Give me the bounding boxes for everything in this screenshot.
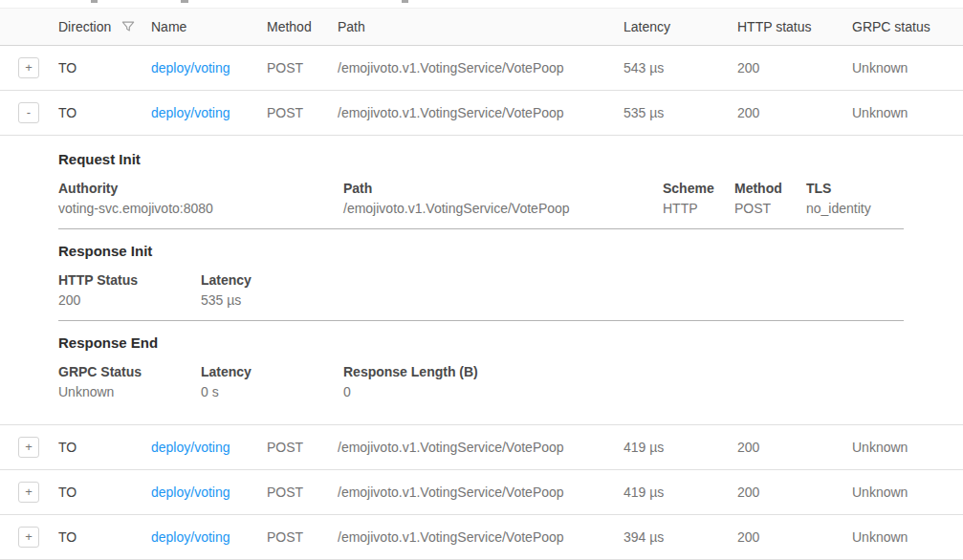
expand-row-button[interactable]: +: [18, 437, 39, 458]
field-value: POST: [734, 201, 806, 217]
method-cell: POST: [267, 485, 338, 500]
http-status-cell: 200: [737, 485, 852, 500]
tls-field: TLS no_identity: [806, 181, 904, 217]
expander-cell: +: [0, 57, 58, 78]
response-end-title: Response End: [58, 334, 904, 352]
field-value: /emojivoto.v1.VotingService/VotePoop: [343, 201, 663, 217]
column-header-latency: Latency: [624, 19, 737, 34]
latency-field: Latency 0 s: [201, 364, 343, 400]
section-divider: [58, 320, 904, 321]
authority-field: Authority voting-svc.emojivoto:8080: [58, 181, 343, 217]
path-cell: /emojivoto.v1.VotingService/VotePoop: [338, 529, 624, 545]
field-label: TLS: [806, 181, 904, 197]
field-value: 200: [58, 292, 201, 309]
resource-link[interactable]: deploy/voting: [151, 105, 230, 120]
collapse-row-button[interactable]: -: [18, 102, 39, 123]
http-status-field: HTTP Status 200: [58, 272, 201, 309]
grpc-status-cell: Unknown: [852, 485, 963, 500]
name-cell: deploy/voting: [151, 440, 267, 455]
column-header-name: Name: [151, 19, 267, 34]
grpc-status-cell: Unknown: [852, 529, 963, 545]
filter-icon[interactable]: [121, 20, 135, 33]
tap-results-table: Direction Name Method Path Latency HTTP …: [0, 8, 963, 560]
field-value: Unknown: [58, 384, 201, 400]
resource-link[interactable]: deploy/voting: [151, 485, 230, 500]
http-status-cell: 200: [737, 60, 852, 75]
latency-cell: 394 µs: [624, 529, 737, 545]
field-label: Latency: [201, 364, 343, 380]
expander-cell: +: [0, 437, 58, 458]
path-cell: /emojivoto.v1.VotingService/VotePoop: [338, 105, 624, 120]
field-label: Scheme: [663, 181, 734, 197]
grpc-status-cell: Unknown: [852, 440, 963, 455]
method-cell: POST: [267, 105, 338, 120]
resource-link[interactable]: deploy/voting: [151, 529, 230, 545]
response-init-fields: HTTP Status 200 Latency 535 µs: [58, 272, 904, 309]
request-init-fields: Authority voting-svc.emojivoto:8080 Path…: [58, 181, 904, 217]
path-cell: /emojivoto.v1.VotingService/VotePoop: [338, 485, 624, 500]
column-header-http-status: HTTP status: [737, 19, 852, 34]
clipped-text-artifact: [181, 0, 188, 3]
field-label: GRPC Status: [58, 364, 201, 380]
path-field: Path /emojivoto.v1.VotingService/VotePoo…: [343, 181, 663, 217]
latency-cell: 419 µs: [624, 440, 737, 455]
field-label: Authority: [58, 181, 343, 197]
column-header-method: Method: [267, 19, 338, 34]
http-status-cell: 200: [737, 105, 852, 120]
field-value: 0: [343, 384, 904, 400]
direction-cell: TO: [58, 60, 151, 75]
http-status-cell: 200: [737, 529, 852, 545]
table-header-row: Direction Name Method Path Latency HTTP …: [0, 8, 963, 46]
direction-header-label: Direction: [58, 19, 111, 34]
request-init-title: Request Init: [58, 151, 904, 168]
table-row: + TO deploy/voting POST /emojivoto.v1.Vo…: [0, 470, 963, 515]
field-value: 535 µs: [201, 292, 904, 309]
path-cell: /emojivoto.v1.VotingService/VotePoop: [338, 60, 624, 75]
latency-cell: 419 µs: [624, 485, 737, 500]
response-end-fields: GRPC Status Unknown Latency 0 s Response…: [58, 364, 904, 400]
latency-field: Latency 535 µs: [201, 272, 904, 309]
name-cell: deploy/voting: [151, 485, 267, 500]
table-row: + TO deploy/voting POST /emojivoto.v1.Vo…: [0, 46, 963, 91]
field-label: Latency: [201, 272, 904, 289]
name-cell: deploy/voting: [151, 105, 267, 120]
method-cell: POST: [267, 440, 338, 455]
method-field: Method POST: [734, 181, 806, 217]
field-label: HTTP Status: [58, 272, 201, 289]
field-value: voting-svc.emojivoto:8080: [58, 201, 343, 217]
field-value: no_identity: [806, 201, 904, 217]
expanded-detail-panel: Request Init Authority voting-svc.emojiv…: [0, 136, 963, 425]
path-cell: /emojivoto.v1.VotingService/VotePoop: [338, 440, 624, 455]
column-header-direction: Direction: [58, 19, 151, 34]
latency-cell: 535 µs: [624, 105, 737, 120]
clipped-text-artifact: [402, 0, 408, 3]
section-divider: [58, 228, 904, 229]
field-label: Response Length (B): [343, 364, 904, 380]
expander-cell: -: [0, 102, 58, 123]
table-row-expanded: - TO deploy/voting POST /emojivoto.v1.Vo…: [0, 91, 963, 136]
grpc-status-field: GRPC Status Unknown: [58, 364, 201, 400]
method-cell: POST: [267, 529, 338, 545]
direction-cell: TO: [58, 105, 151, 120]
resource-link[interactable]: deploy/voting: [151, 440, 230, 455]
expand-row-button[interactable]: +: [18, 57, 39, 78]
resource-link[interactable]: deploy/voting: [151, 60, 230, 75]
direction-cell: TO: [58, 440, 151, 455]
field-label: Path: [343, 181, 663, 197]
field-label: Method: [734, 181, 806, 197]
name-cell: deploy/voting: [151, 60, 267, 75]
grpc-status-cell: Unknown: [852, 60, 963, 75]
table-row: + TO deploy/voting POST /emojivoto.v1.Vo…: [0, 425, 963, 470]
clipped-text-artifact: [91, 0, 98, 3]
grpc-status-cell: Unknown: [852, 105, 963, 120]
method-cell: POST: [267, 60, 338, 75]
column-header-path: Path: [338, 19, 624, 34]
http-status-cell: 200: [737, 440, 852, 455]
response-length-field: Response Length (B) 0: [343, 364, 904, 400]
name-cell: deploy/voting: [151, 529, 267, 545]
response-init-title: Response Init: [58, 243, 904, 260]
expand-row-button[interactable]: +: [18, 482, 39, 503]
field-value: HTTP: [663, 201, 734, 217]
expand-row-button[interactable]: +: [18, 527, 39, 548]
latency-cell: 543 µs: [624, 60, 737, 75]
